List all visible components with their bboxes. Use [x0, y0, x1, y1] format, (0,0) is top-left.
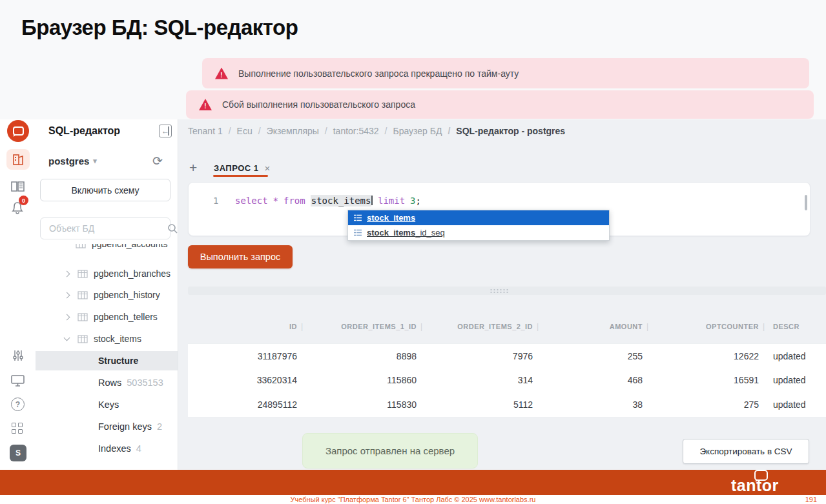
suggestion-match: stock_items [367, 228, 415, 237]
column-separator: | [301, 316, 303, 338]
column-separator: | [763, 316, 765, 338]
export-csv-button[interactable]: Экспортировать в CSV [683, 439, 809, 464]
settings-filters-button[interactable] [12, 350, 24, 361]
table-row: 33620314 115860 314 468 16591 updated [188, 368, 826, 393]
autocomplete-item-stock-items-id-seq[interactable]: stock_items_id_seq [348, 225, 609, 240]
page-title: Браузер БД: SQL-редактор [21, 15, 298, 40]
collapse-panel-button[interactable]: ← [159, 125, 172, 137]
indexes-value: 4 [136, 443, 141, 454]
cell-id: 33620314 [188, 368, 297, 392]
tree-item-pgbench-branches[interactable]: pgbench_branches [36, 267, 178, 280]
db-object-search[interactable] [40, 217, 170, 239]
autocomplete-item-stock-items[interactable]: stock_items [348, 210, 609, 225]
chevron-right-icon [64, 292, 70, 298]
breadcrumb-item[interactable]: Экземпляры [253, 126, 319, 136]
suggestion-match: stock_items [367, 213, 415, 223]
logo-bubble [13, 126, 24, 136]
close-icon[interactable]: × [265, 163, 271, 174]
editor-scrollbar-thumb[interactable] [805, 195, 807, 210]
search-input[interactable] [48, 223, 167, 234]
detail-keys: Keys [36, 398, 178, 411]
breadcrumb-item[interactable]: Браузер БД [379, 126, 442, 136]
add-query-tab-button[interactable]: + [189, 160, 197, 176]
tree-item-label: pgbench_history [94, 290, 160, 300]
drag-grip-icon [490, 288, 509, 293]
table-icon [76, 244, 86, 248]
tree-item-label: pgbench_tellers [94, 312, 158, 322]
table-row: 24895112 115830 5112 38 275 updated [188, 392, 826, 418]
breadcrumb-item[interactable]: Ecu [223, 126, 253, 136]
chevron-right-icon [64, 314, 70, 320]
tantor-logo-icon[interactable] [7, 120, 29, 142]
alert-failure: ! Сбой выполнения пользовательского запр… [186, 90, 814, 119]
tree-item-pgbench-history[interactable]: pgbench_history [36, 288, 178, 301]
text-cursor [371, 196, 373, 205]
database-selector[interactable]: postgres ▾ [48, 156, 97, 166]
user-avatar[interactable]: S [10, 445, 26, 461]
sql-identifier: stock_items [311, 195, 372, 207]
suggestion-rest: _id_seq [415, 228, 445, 237]
sidebar-item-databases[interactable] [6, 149, 30, 170]
foreign-keys-value: 2 [157, 421, 162, 432]
breadcrumb-item[interactable]: Tenant 1 [188, 126, 223, 136]
table-suggestion-icon [353, 214, 362, 221]
tab-query-1[interactable]: ЗАПРОС 1 × [214, 163, 270, 174]
cell-optcounter: 12622 [652, 344, 759, 368]
col-header-amount[interactable]: AMOUNT [542, 316, 643, 338]
warning-exclamation: ! [204, 103, 206, 110]
alert-failure-text: Сбой выполнения пользовательского запрос… [222, 99, 415, 110]
col-header-order-items-1-id[interactable]: ORDER_ITEMS_1_ID [310, 316, 417, 338]
chevron-down-icon [64, 335, 70, 341]
sql-code-line[interactable]: select*fromstock_itemslimit3; [235, 196, 421, 206]
sliders-icon [12, 350, 24, 361]
cell-order-items-1-id: 8898 [310, 344, 417, 368]
table-icon [77, 313, 88, 321]
col-header-descr[interactable]: DESCR [773, 316, 818, 338]
col-header-optcounter[interactable]: OPTCOUNTER [652, 316, 759, 338]
table-icon [77, 335, 88, 343]
cell-optcounter: 16591 [652, 368, 759, 392]
run-query-button[interactable]: Выполнить запрос [188, 245, 293, 268]
tab-label: ЗАПРОС 1 [214, 163, 259, 173]
table-icon [77, 291, 88, 299]
warning-icon: ! [199, 99, 212, 110]
monitor-button[interactable] [11, 375, 25, 387]
warning-icon: ! [215, 68, 228, 79]
refresh-button[interactable]: ⟳ [152, 154, 163, 168]
grid-square [12, 429, 16, 434]
question-icon: ? [15, 400, 20, 409]
column-separator: | [537, 316, 539, 338]
tantor-footer-logo: tantor [731, 472, 809, 494]
footer-bar: tantor [0, 470, 826, 495]
grid-square [18, 423, 23, 427]
enable-schema-button[interactable]: Включить схему [40, 179, 170, 201]
cell-id: 24895112 [188, 392, 297, 417]
cell-optcounter: 275 [652, 392, 759, 417]
autocomplete-dropdown: stock_items stock_items_id_seq [347, 210, 610, 241]
cell-descr: updated [773, 392, 825, 417]
help-button[interactable]: ? [11, 398, 25, 411]
panel-resizer[interactable] [188, 287, 826, 295]
notification-badge: 0 [19, 196, 28, 205]
breadcrumb-item[interactable]: tantor:5432 [319, 126, 379, 136]
tree-item-stock-items[interactable]: stock_items [36, 332, 178, 345]
indexes-label: Indexes [98, 443, 131, 454]
column-separator: | [646, 316, 648, 338]
grid-square [18, 429, 23, 434]
icon-rail [0, 119, 36, 470]
cell-order-items-1-id: 115830 [310, 392, 417, 417]
apps-button[interactable] [12, 423, 23, 434]
rows-label: Rows [98, 378, 121, 388]
tree-item-pgbench-accounts[interactable]: pgbench_accounts [36, 244, 178, 250]
grid-square [12, 423, 16, 427]
detail-rows: Rows 5035153 [36, 376, 178, 389]
tree-item-label: stock_items [94, 334, 141, 344]
tree-structure-row[interactable]: Structure [36, 351, 178, 370]
tree-item-pgbench-tellers[interactable]: pgbench_tellers [36, 310, 178, 323]
collapse-arrow-icon: ← [161, 126, 169, 136]
sql-star: * [273, 196, 278, 206]
col-header-order-items-2-id[interactable]: ORDER_ITEMS_2_ID [426, 316, 533, 338]
sidebar-item-docs[interactable] [10, 181, 25, 192]
rows-value: 5035153 [127, 378, 163, 388]
col-header-id[interactable]: ID [188, 316, 297, 338]
